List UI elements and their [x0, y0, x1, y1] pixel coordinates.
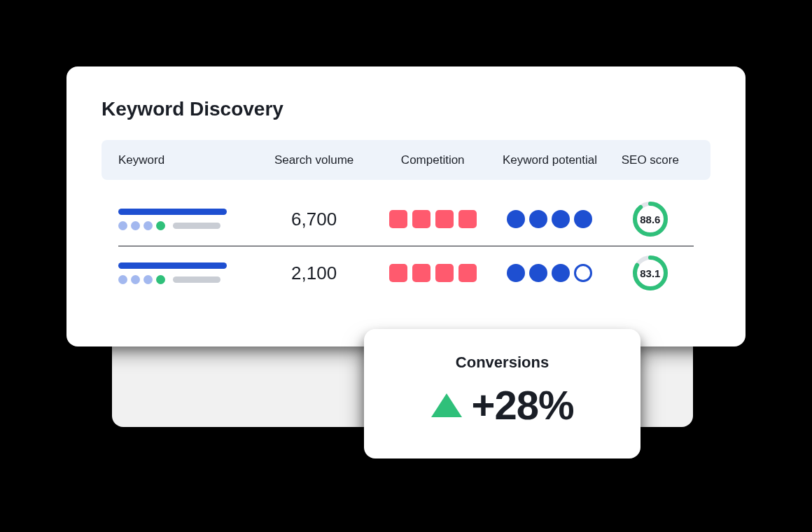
- dot-icon: [118, 221, 127, 230]
- card-title: Keyword Discovery: [102, 98, 710, 120]
- conversions-title: Conversions: [392, 354, 612, 372]
- column-header-keyword: Keyword: [118, 153, 255, 167]
- dot-icon: [131, 275, 140, 284]
- search-volume-value: 6,700: [255, 209, 372, 230]
- small-bar-icon: [173, 276, 220, 283]
- seo-score: 88.6: [607, 201, 694, 237]
- competition-indicator: [372, 264, 493, 282]
- competition-square-icon: [412, 210, 430, 228]
- keyword-discovery-card: Keyword Discovery Keyword Search volume …: [66, 66, 746, 346]
- dot-icon: [156, 221, 165, 230]
- table-header: Keyword Search volume Competition Keywor…: [102, 140, 710, 180]
- dot-icon: [131, 221, 140, 230]
- trend-up-icon: [431, 393, 462, 417]
- dot-icon: [156, 275, 165, 284]
- keyword-bar-icon: [118, 209, 227, 215]
- search-volume-value: 2,100: [255, 262, 372, 284]
- competition-indicator: [372, 210, 493, 228]
- small-bar-icon: [173, 223, 220, 229]
- column-header-competition: Competition: [372, 153, 493, 167]
- potential-circle-icon: [507, 264, 525, 282]
- potential-circle-outline-icon: [574, 264, 592, 282]
- table-row[interactable]: 6,700 88.6: [102, 192, 710, 246]
- column-header-score: SEO score: [607, 153, 694, 167]
- keyword-bar-icon: [118, 262, 227, 269]
- potential-circle-icon: [552, 264, 570, 282]
- column-header-volume: Search volume: [255, 153, 372, 167]
- competition-square-icon: [389, 264, 407, 282]
- keyword-placeholder: [118, 262, 255, 284]
- score-value: 83.1: [640, 267, 660, 279]
- conversions-value: +28%: [472, 382, 574, 428]
- score-value: 88.6: [640, 214, 660, 225]
- dot-icon: [144, 221, 153, 230]
- conversions-card: Conversions +28%: [364, 329, 640, 458]
- seo-score: 83.1: [607, 255, 694, 291]
- competition-square-icon: [435, 264, 454, 282]
- potential-circle-icon: [529, 264, 547, 282]
- competition-square-icon: [458, 264, 477, 282]
- competition-square-icon: [458, 210, 477, 228]
- dot-icon: [144, 275, 153, 284]
- potential-indicator: [493, 264, 606, 282]
- potential-circle-icon: [529, 210, 547, 228]
- potential-circle-icon: [552, 210, 570, 228]
- column-header-potential: Keyword potential: [493, 153, 606, 167]
- competition-square-icon: [435, 210, 454, 228]
- competition-square-icon: [389, 210, 407, 228]
- potential-circle-icon: [507, 210, 525, 228]
- potential-circle-icon: [574, 210, 592, 228]
- dot-icon: [118, 275, 127, 284]
- table-row[interactable]: 2,100 83.1: [102, 246, 710, 300]
- keyword-placeholder: [118, 209, 255, 230]
- potential-indicator: [493, 210, 606, 228]
- competition-square-icon: [412, 264, 430, 282]
